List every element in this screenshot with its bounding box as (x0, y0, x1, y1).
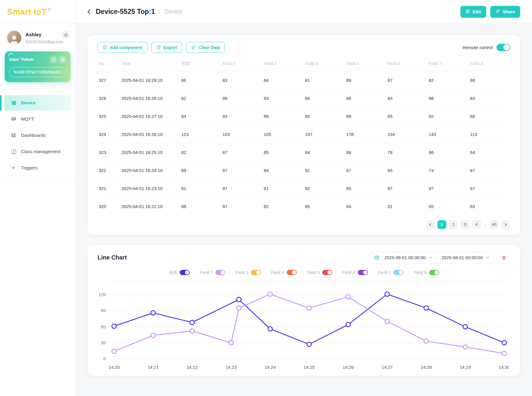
data-point[interactable] (424, 306, 429, 310)
lock-icon[interactable] (62, 31, 69, 39)
data-point[interactable] (112, 349, 116, 353)
avatar[interactable] (7, 31, 21, 45)
data-point[interactable] (112, 324, 116, 328)
column-header: Field 6 (386, 55, 428, 71)
export-button[interactable]: Export (151, 42, 182, 53)
table-toolbar: Add componentExportClear Data Remote con… (98, 42, 510, 53)
legend-toggle[interactable] (287, 270, 297, 275)
delete-chart-button[interactable] (498, 251, 510, 264)
legend-item-光线[interactable]: 光线 (168, 270, 190, 275)
data-point[interactable] (502, 351, 507, 356)
share-button[interactable]: Share (490, 6, 520, 18)
data-point[interactable] (190, 329, 194, 333)
data-point[interactable] (190, 320, 194, 324)
data-point[interactable] (385, 319, 390, 324)
legend-item-field-4[interactable]: Field 4 (271, 270, 297, 275)
legend-toggle[interactable] (429, 270, 439, 275)
clear-data-button[interactable]: Clear Data (186, 42, 225, 53)
data-point[interactable] (229, 340, 233, 345)
triggers-icon (11, 165, 17, 171)
chevron-down-icon (429, 255, 432, 260)
table-cell: 88 (469, 71, 510, 89)
table-cell: 2025-04-01 16:22:10 (120, 197, 180, 215)
data-point[interactable] (346, 322, 351, 327)
data-point[interactable] (463, 345, 468, 349)
data-point[interactable] (346, 294, 351, 299)
legend-item-field-2[interactable]: Field 2 (200, 270, 226, 275)
table-cell: 87 (221, 161, 263, 179)
table-cell: 82 (262, 197, 304, 215)
page-button-4[interactable]: 4 (472, 220, 481, 229)
legend-toggle[interactable] (180, 270, 190, 275)
sidebar-item-triggers[interactable]: Triggers (4, 160, 71, 176)
table-cell: 85 (304, 107, 345, 125)
date-from-select[interactable]: 2025-08-01 00:00:00 (383, 252, 437, 264)
x-axis-tick: 14:24 (265, 365, 276, 370)
page-prev-icon[interactable] (426, 220, 435, 229)
legend-item-field-5[interactable]: Field 5 (307, 270, 332, 275)
table-cell: 323 (98, 143, 120, 161)
table-cell: 84 (345, 197, 387, 215)
data-point[interactable] (151, 311, 155, 315)
page-button-3[interactable]: 3 (460, 220, 469, 229)
data-point[interactable] (307, 306, 312, 310)
back-icon[interactable] (86, 9, 92, 14)
legend-toggle[interactable] (215, 270, 226, 275)
device-icon (11, 100, 17, 106)
chart-legend: 光线Field 2Field 3Field 4Field 5Field 6Fie… (98, 270, 510, 275)
add-component-button[interactable]: Add component (98, 42, 147, 53)
data-point[interactable] (385, 292, 390, 296)
legend-toggle[interactable] (251, 270, 261, 275)
data-point[interactable] (424, 339, 429, 343)
legend-toggle[interactable] (358, 270, 368, 275)
legend-item-field-6[interactable]: Field 6 (342, 270, 368, 275)
data-point[interactable] (237, 297, 241, 301)
user-info: Ashley 9292974342@qq.com (25, 31, 63, 44)
sidebar-item-dashboards[interactable]: Dashboards (4, 128, 71, 143)
table-cell: 84 (180, 107, 221, 125)
legend-label: Field 6 (342, 270, 355, 275)
y-axis-tick: 30 (101, 340, 106, 345)
page-next-icon[interactable] (501, 220, 510, 229)
sidebar-item-mqtt[interactable]: MQTT (4, 111, 71, 127)
x-axis-tick: 14:30 (499, 365, 509, 370)
table-cell: 82 (304, 179, 345, 197)
data-point[interactable] (268, 292, 273, 296)
token-value[interactable]: fvA6k7IPwCYi6BzM44Ci (9, 67, 66, 77)
legend-toggle[interactable] (393, 270, 403, 275)
table-body: 3272025-04-01 16:29:10868384818687828832… (98, 71, 510, 215)
page-button-40[interactable]: 40 (490, 220, 499, 229)
column-header: Field 5 (345, 55, 387, 71)
sidebar-item-class-management[interactable]: Class management (4, 144, 71, 159)
breadcrumb-separator: / (159, 8, 160, 15)
table-cell: 107 (304, 125, 345, 143)
sidebar-item-device[interactable]: Device (4, 95, 71, 111)
date-to-select[interactable]: 2025-08-01 00:00:00 (437, 252, 494, 264)
data-point[interactable] (463, 324, 468, 329)
legend-item-field-3[interactable]: Field 3 (236, 270, 261, 275)
sidebar-item-label: Dashboards (21, 133, 46, 138)
table-cell: 87 (221, 179, 263, 197)
legend-item-field-7[interactable]: Field 7 (378, 270, 404, 275)
x-axis-tick: 14:26 (343, 365, 354, 370)
page-button-2[interactable]: 2 (449, 220, 458, 229)
table-cell: 105 (262, 125, 304, 143)
data-point[interactable] (151, 333, 155, 337)
page-button-1[interactable]: 1 (437, 220, 446, 229)
refresh-icon[interactable] (50, 56, 57, 63)
remote-control-toggle[interactable] (497, 44, 510, 51)
table-cell: 2025-04-01 16:24:10 (120, 161, 180, 179)
data-point[interactable] (502, 340, 507, 345)
data-point[interactable] (307, 342, 312, 346)
legend-item-field-8[interactable]: Field 8 (413, 270, 439, 275)
token-label: User Token (9, 57, 34, 62)
data-point[interactable] (268, 327, 273, 331)
table-row: 3202025-04-01 16:22:108887828584316583 (98, 197, 510, 215)
calendar-icon[interactable] (370, 255, 383, 260)
remote-control: Remote control (463, 44, 510, 51)
breadcrumb: Device (164, 8, 182, 15)
copy-icon[interactable] (59, 56, 66, 63)
legend-toggle[interactable] (322, 270, 332, 275)
data-point[interactable] (237, 306, 241, 310)
edit-button[interactable]: Edit (460, 6, 486, 18)
